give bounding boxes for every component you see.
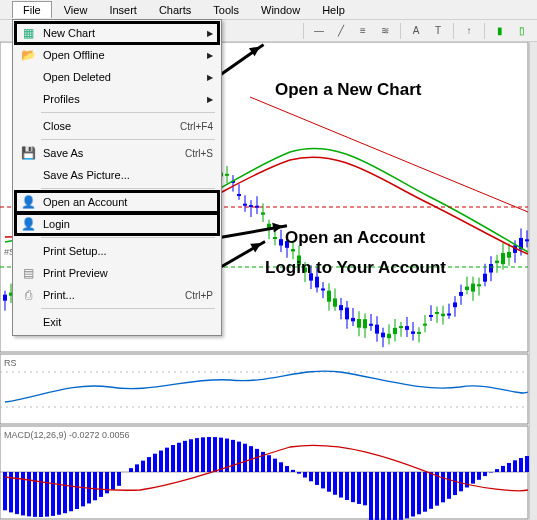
menu-charts[interactable]: Charts [149, 2, 201, 18]
menu-item-label: Print... [39, 289, 185, 301]
svg-rect-170 [507, 252, 511, 258]
svg-rect-214 [153, 454, 157, 472]
menu-item-save-as-picture[interactable]: Save As Picture... [15, 164, 219, 186]
scrollbar-vertical[interactable] [529, 42, 537, 520]
svg-rect-114 [339, 305, 343, 310]
svg-rect-122 [363, 319, 367, 328]
menu-item-open-an-account[interactable]: 👤Open an Account [15, 191, 219, 213]
toolbar-fib-icon[interactable]: ≋ [376, 22, 394, 40]
svg-rect-250 [369, 472, 373, 520]
toolbar-arrow-up-icon[interactable]: ↑ [460, 22, 478, 40]
svg-rect-228 [237, 442, 241, 472]
menu-item-print-preview[interactable]: ▤Print Preview [15, 262, 219, 284]
svg-rect-80 [237, 194, 241, 196]
menu-help[interactable]: Help [312, 2, 355, 18]
svg-rect-108 [321, 288, 325, 290]
menu-item-print-setup[interactable]: Print Setup... [15, 240, 219, 262]
menu-item-label: Close [39, 120, 180, 132]
toolbar-trend-icon[interactable]: ╱ [332, 22, 350, 40]
svg-rect-263 [447, 472, 451, 499]
svg-rect-168 [501, 253, 505, 264]
svg-rect-158 [471, 284, 475, 292]
svg-rect-198 [57, 472, 61, 515]
svg-rect-270 [489, 472, 493, 473]
svg-rect-234 [273, 459, 277, 472]
menubar: File View Insert Charts Tools Window Hel… [0, 0, 537, 20]
menu-item-label: Print Setup... [39, 245, 213, 257]
svg-rect-124 [369, 324, 373, 326]
blank-icon [17, 116, 39, 136]
svg-rect-251 [375, 472, 379, 520]
svg-rect-227 [231, 440, 235, 472]
svg-rect-116 [345, 308, 349, 320]
menu-item-label: Save As [39, 147, 185, 159]
save-icon: 💾 [17, 143, 39, 163]
menu-item-open-deleted[interactable]: Open Deleted▶ [15, 66, 219, 88]
menu-item-new-chart[interactable]: ▦New Chart▶ [15, 22, 219, 44]
svg-rect-148 [441, 314, 445, 317]
svg-rect-233 [267, 455, 271, 472]
svg-rect-213 [147, 457, 151, 472]
svg-rect-92 [273, 237, 277, 239]
submenu-arrow-icon: ▶ [207, 73, 213, 82]
svg-rect-210 [129, 468, 133, 472]
menu-item-exit[interactable]: Exit [15, 311, 219, 333]
svg-rect-265 [459, 472, 463, 491]
menu-window[interactable]: Window [251, 2, 310, 18]
svg-rect-154 [459, 292, 463, 296]
svg-rect-204 [93, 472, 97, 500]
svg-rect-184 [0, 354, 528, 424]
menu-item-label: New Chart [39, 27, 207, 39]
svg-rect-197 [51, 472, 55, 516]
svg-rect-212 [141, 461, 145, 472]
menu-tools[interactable]: Tools [203, 2, 249, 18]
svg-rect-243 [327, 472, 331, 492]
svg-rect-222 [201, 437, 205, 472]
blank-icon [17, 312, 39, 332]
blank-icon [17, 165, 39, 185]
blank-icon [17, 67, 39, 87]
svg-rect-238 [297, 472, 301, 474]
svg-rect-146 [435, 312, 439, 314]
menu-item-close[interactable]: CloseCtrl+F4 [15, 115, 219, 137]
menu-item-label: Save As Picture... [39, 169, 213, 181]
submenu-arrow-icon: ▶ [207, 51, 213, 60]
menu-item-login[interactable]: 👤Login [15, 213, 219, 235]
chart-plus-icon: ▦ [17, 23, 39, 43]
toolbar-line-icon[interactable]: — [310, 22, 328, 40]
menu-file[interactable]: File [12, 1, 52, 18]
svg-rect-128 [381, 333, 385, 338]
toolbar-text-a-icon[interactable]: A [407, 22, 425, 40]
user-login-icon: 👤 [17, 214, 39, 234]
menu-item-open-offline[interactable]: 📂Open Offline▶ [15, 44, 219, 66]
menu-item-label: Exit [39, 316, 213, 328]
svg-rect-88 [261, 212, 265, 214]
toolbar-channel-icon[interactable]: ≡ [354, 22, 372, 40]
toolbar-bar-icon[interactable]: ▯ [513, 22, 531, 40]
svg-rect-98 [291, 249, 295, 251]
svg-rect-160 [477, 284, 481, 286]
toolbar-text-t-icon[interactable]: T [429, 22, 447, 40]
svg-rect-194 [33, 472, 37, 517]
svg-rect-156 [465, 287, 469, 290]
menu-shortcut: Ctrl+S [185, 148, 213, 159]
svg-rect-164 [489, 264, 493, 273]
menu-insert[interactable]: Insert [99, 2, 147, 18]
svg-rect-144 [429, 315, 433, 317]
menu-view[interactable]: View [54, 2, 98, 18]
svg-rect-195 [39, 472, 43, 517]
menu-item-profiles[interactable]: Profiles▶ [15, 88, 219, 110]
svg-rect-273 [507, 463, 511, 472]
svg-rect-275 [519, 458, 523, 472]
svg-rect-223 [207, 437, 211, 472]
svg-rect-219 [183, 441, 187, 472]
folder-open-icon: 📂 [17, 45, 39, 65]
svg-rect-130 [387, 334, 391, 338]
menu-item-label: Login [39, 218, 213, 230]
menu-item-save-as[interactable]: 💾Save AsCtrl+S [15, 142, 219, 164]
svg-rect-217 [171, 445, 175, 472]
svg-rect-239 [303, 472, 307, 478]
menu-item-print[interactable]: ⎙Print...Ctrl+P [15, 284, 219, 306]
toolbar-candle-icon[interactable]: ▮ [491, 22, 509, 40]
svg-rect-255 [399, 472, 403, 520]
